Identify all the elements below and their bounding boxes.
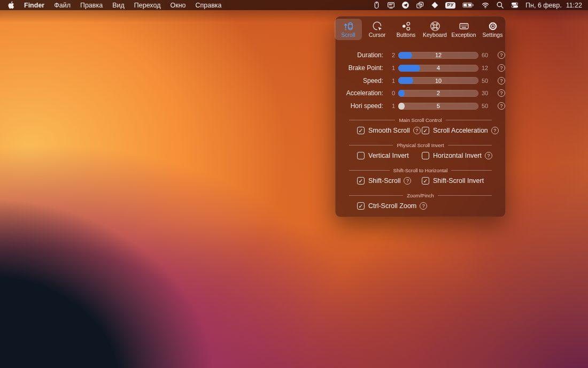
wifi-icon[interactable] [478, 0, 493, 10]
section-header-zoom-pinch: Zoom/Pinch [349, 193, 492, 198]
menu-help[interactable]: Справка [191, 2, 227, 9]
checkbox-smooth-scroll[interactable]: ✓ Smooth Scroll ? [357, 127, 422, 134]
input-source-label: РУ [445, 2, 455, 9]
tab-label: Keyboard [423, 32, 447, 39]
scroll-wheel-icon [343, 21, 354, 32]
help-icon[interactable]: ? [413, 127, 421, 134]
section-header-physical-scroll-invert: Physical Scroll Invert [349, 142, 492, 148]
checkbox-box[interactable] [422, 152, 429, 159]
divider-line [446, 120, 492, 120]
slider-track[interactable]: 10 [398, 77, 478, 84]
checkbox-box[interactable]: ✓ [357, 202, 365, 210]
command-icon [430, 21, 440, 32]
slider-track[interactable]: 5 [398, 103, 478, 110]
tab-scroll[interactable]: Scroll [335, 19, 362, 40]
slider-row-speed: Speed: 1 10 50 ? [335, 74, 506, 87]
tab-label: Settings [483, 32, 503, 39]
slider-max: 50 [482, 78, 494, 84]
checkbox-ctrl-scroll-zoom[interactable]: ✓ Ctrl-Scroll Zoom ? [357, 202, 422, 210]
checkbox-label: Horizontal Invert [433, 152, 482, 159]
divider-line [438, 195, 492, 196]
spotlight-search-icon[interactable] [493, 0, 507, 10]
checkbox-vertical-invert[interactable]: Vertical Invert ? [357, 152, 422, 159]
screen-mirroring-icon[interactable] [384, 0, 398, 10]
help-icon[interactable]: ? [498, 77, 505, 85]
slider-min: 0 [386, 90, 395, 96]
divider-line [349, 195, 403, 196]
tab-buttons[interactable]: Buttons [392, 19, 420, 40]
slider-max: 30 [482, 90, 494, 96]
divider-line [349, 120, 395, 120]
checkbox-box[interactable]: ✓ [422, 177, 429, 185]
slider-min: 1 [386, 65, 395, 71]
help-icon[interactable]: ? [498, 64, 505, 72]
checkbox-label: Shift-Scroll [368, 177, 400, 185]
slider-row-hori-speed: Hori speed: 1 5 50 ? [335, 99, 506, 112]
menubar-app-name[interactable]: Finder [19, 2, 49, 9]
section-header-main-scroll-control: Main Scroll Control [349, 117, 492, 123]
mos-preferences-panel: Scroll Cursor Buttons [335, 16, 506, 217]
slider-max: 60 [482, 52, 494, 58]
help-icon[interactable]: ? [491, 127, 499, 134]
help-icon[interactable]: ? [498, 102, 505, 110]
paste-diamond-icon[interactable] [428, 0, 442, 10]
slider-value: 12 [398, 52, 478, 58]
slider-track[interactable]: 4 [398, 65, 478, 72]
divider-line [349, 170, 390, 171]
apple-menu-icon[interactable] [6, 1, 19, 9]
menu-edit[interactable]: Правка [75, 2, 107, 9]
checkbox-box[interactable] [357, 152, 365, 159]
tab-bar: Scroll Cursor Buttons [335, 16, 506, 41]
battery-charging-icon[interactable] [459, 0, 478, 10]
menu-file[interactable]: Файл [49, 2, 75, 9]
tab-label: Cursor [369, 32, 386, 39]
checkbox-row: ✓ Ctrl-Scroll Zoom ? [335, 199, 506, 213]
checkbox-shift-scroll-invert[interactable]: ✓ Shift-Scroll Invert ? [422, 177, 484, 185]
checkbox-box[interactable]: ✓ [357, 127, 365, 134]
checkbox-shift-scroll[interactable]: ✓ Shift-Scroll ? [357, 177, 422, 185]
tab-settings[interactable]: Settings [479, 19, 506, 40]
checkbox-label: Vertical Invert [368, 152, 409, 159]
slider-min: 1 [386, 78, 395, 84]
section-title: Main Scroll Control [399, 117, 442, 123]
checkbox-scroll-acceleration[interactable]: ✓ Scroll Acceleration ? [422, 127, 499, 134]
slider-track[interactable]: 12 [398, 52, 478, 59]
menu-window[interactable]: Окно [165, 2, 190, 9]
tab-label: Scroll [341, 32, 355, 39]
menubar-clock[interactable]: Пн, 6 февр. 11:22 [522, 2, 582, 9]
checkbox-row: ✓ Shift-Scroll ? ✓ Shift-Scroll Invert ? [335, 174, 506, 188]
section-title: Shift-Scroll to Horizontal [393, 167, 448, 173]
section-title: Zoom/Pinch [407, 193, 434, 198]
section-header-shift-scroll: Shift-Scroll to Horizontal [349, 167, 492, 173]
help-icon[interactable]: ? [485, 152, 492, 159]
input-source-badge[interactable]: РУ [442, 0, 459, 10]
help-icon[interactable]: ? [404, 177, 411, 185]
slider-min: 2 [386, 52, 395, 58]
checkbox-horizontal-invert[interactable]: Horizontal Invert ? [422, 152, 492, 159]
tab-keyboard[interactable]: Keyboard [421, 19, 448, 40]
section-title: Physical Scroll Invert [397, 142, 444, 148]
divider-line [448, 145, 492, 145]
telegram-icon[interactable] [398, 0, 413, 10]
mouse-icon[interactable] [369, 0, 384, 10]
help-icon[interactable]: ? [498, 51, 505, 59]
checkbox-box[interactable]: ✓ [422, 127, 429, 134]
checkbox-box[interactable]: ✓ [357, 177, 365, 185]
menu-bar: Finder Файл Правка Вид Переход Окно Спра… [0, 0, 588, 10]
help-icon[interactable]: ? [498, 89, 505, 97]
control-center-icon[interactable] [507, 0, 522, 10]
menu-view[interactable]: Вид [107, 2, 129, 9]
tab-label: Exception [451, 32, 476, 39]
slider-label: Duration: [341, 51, 383, 59]
window-switcher-icon[interactable] [413, 0, 428, 10]
slider-value: 5 [398, 103, 478, 109]
tab-cursor[interactable]: Cursor [363, 19, 391, 40]
help-icon[interactable]: ? [420, 202, 427, 210]
tab-exception[interactable]: Exception [450, 19, 477, 40]
slider-min: 1 [386, 103, 395, 109]
slider-track[interactable]: 2 [398, 90, 478, 97]
menubar-date: Пн, 6 февр. [525, 2, 562, 9]
slider-label: Hori speed: [341, 102, 383, 110]
menu-go[interactable]: Переход [129, 2, 166, 9]
divider-line [451, 170, 492, 171]
